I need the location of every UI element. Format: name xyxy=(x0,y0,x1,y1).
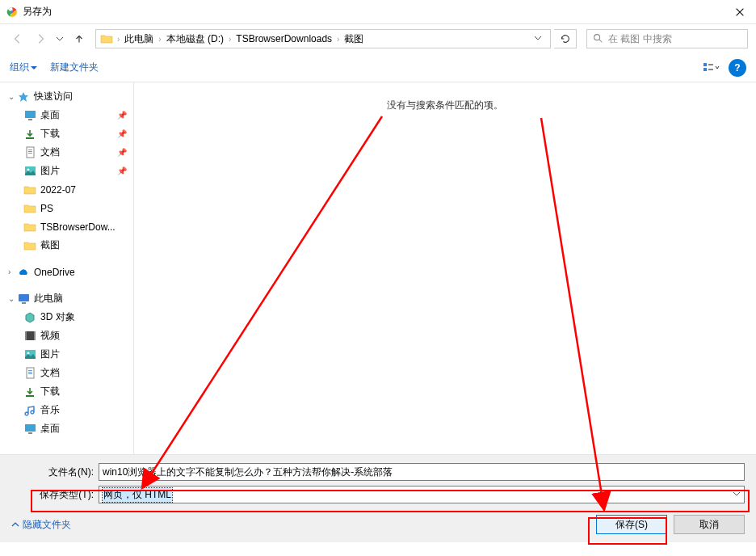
sidebar-label: 此电脑 xyxy=(34,292,63,305)
svg-rect-4 xyxy=(704,68,707,71)
chevron-right-icon: › xyxy=(155,35,164,44)
help-button[interactable]: ? xyxy=(729,59,746,77)
sidebar: ⌄ 快速访问 桌面📌下载📌文档📌图片📌2022-07PSTSBrowserDow… xyxy=(0,82,134,454)
sidebar-item[interactable]: PS xyxy=(0,199,133,217)
sidebar-item[interactable]: 文档📌 xyxy=(0,143,133,162)
chevron-up-icon xyxy=(11,520,19,529)
save-button[interactable]: 保存(S) xyxy=(596,515,667,534)
titlebar: 另存为 xyxy=(0,0,756,24)
up-button[interactable] xyxy=(69,29,89,48)
sidebar-item[interactable]: 下载📌 xyxy=(0,124,133,143)
chevron-down-icon: ⌄ xyxy=(8,92,16,101)
organize-menu[interactable]: 组织 xyxy=(10,61,37,74)
sidebar-item[interactable]: 视频 xyxy=(0,326,133,345)
chevron-right-icon: › xyxy=(334,35,342,44)
sidebar-item-label: 图片 xyxy=(40,164,60,178)
search-placeholder: 在 截图 中搜索 xyxy=(608,32,672,46)
pin-icon: 📌 xyxy=(117,129,127,138)
sidebar-item[interactable]: TSBrowserDow... xyxy=(0,217,133,236)
svg-rect-11 xyxy=(28,150,32,150)
refresh-button[interactable] xyxy=(554,29,577,48)
sidebar-item[interactable]: 桌面 xyxy=(0,419,133,438)
folder-icon xyxy=(23,202,37,215)
svg-point-2 xyxy=(594,34,600,40)
video-icon xyxy=(23,330,37,343)
download-icon xyxy=(23,385,37,398)
navigation-bar: › 此电脑 › 本地磁盘 (D:) › TSBrowserDownloads ›… xyxy=(0,24,756,53)
sidebar-item-label: 文档 xyxy=(40,145,60,159)
sidebar-item[interactable]: 音乐 xyxy=(0,401,133,419)
empty-message: 没有与搜索条件匹配的项。 xyxy=(387,99,503,454)
breadcrumb-item[interactable]: 本地磁盘 (D:) xyxy=(165,31,225,48)
pic-icon xyxy=(23,165,37,178)
sidebar-item[interactable]: 3D 对象 xyxy=(0,308,133,326)
new-folder-button[interactable]: 新建文件夹 xyxy=(50,61,99,74)
quick-access-group[interactable]: ⌄ 快速访问 xyxy=(0,87,133,106)
svg-rect-17 xyxy=(22,302,26,304)
sidebar-item[interactable]: 2022-07 xyxy=(0,180,133,199)
back-button[interactable] xyxy=(8,29,27,48)
sidebar-item[interactable]: 图片📌 xyxy=(0,162,133,180)
filetype-select[interactable]: 网页，仅 HTML xyxy=(99,486,745,503)
history-dropdown[interactable] xyxy=(53,29,66,48)
svg-rect-16 xyxy=(19,294,29,301)
sidebar-item-label: 桌面 xyxy=(40,422,60,436)
pin-icon: 📌 xyxy=(117,166,127,175)
pic-icon xyxy=(23,348,37,361)
breadcrumb-item[interactable]: 截图 xyxy=(342,31,365,48)
sidebar-item-label: 图片 xyxy=(40,348,60,361)
sidebar-item[interactable]: 图片 xyxy=(0,345,133,364)
view-button[interactable] xyxy=(701,59,722,77)
search-input[interactable]: 在 截图 中搜索 xyxy=(586,29,748,48)
sidebar-item-label: 视频 xyxy=(40,329,60,343)
sidebar-item[interactable]: 截图 xyxy=(0,236,133,255)
hide-folders-button[interactable]: 隐藏文件夹 xyxy=(11,518,71,532)
svg-rect-24 xyxy=(28,370,32,371)
close-button[interactable] xyxy=(724,0,756,24)
pin-icon: 📌 xyxy=(117,111,127,120)
breadcrumb-item[interactable]: TSBrowserDownloads xyxy=(234,32,334,46)
pin-icon: 📌 xyxy=(117,148,127,157)
svg-rect-26 xyxy=(28,373,32,374)
sidebar-item-label: 3D 对象 xyxy=(40,310,75,324)
chevron-right-icon: › xyxy=(225,35,234,44)
sidebar-item-label: 桌面 xyxy=(40,108,60,122)
chrome-icon xyxy=(6,6,18,18)
svg-rect-7 xyxy=(25,111,36,118)
filename-input[interactable] xyxy=(99,463,745,481)
sidebar-item[interactable]: 文档 xyxy=(0,364,133,382)
sidebar-item[interactable]: 桌面📌 xyxy=(0,106,133,124)
svg-rect-3 xyxy=(704,63,707,66)
desktop-icon xyxy=(23,109,37,122)
doc-icon xyxy=(23,146,37,159)
address-dropdown[interactable] xyxy=(529,33,547,44)
address-bar[interactable]: › 此电脑 › 本地磁盘 (D:) › TSBrowserDownloads ›… xyxy=(95,29,551,48)
chevron-right-icon: › xyxy=(114,35,123,44)
sidebar-item-label: TSBrowserDow... xyxy=(40,221,116,233)
svg-rect-12 xyxy=(28,151,32,152)
3d-icon xyxy=(23,311,37,324)
sidebar-item[interactable]: 下载 xyxy=(0,382,133,401)
forward-button[interactable] xyxy=(31,29,50,48)
folder-icon xyxy=(23,221,37,234)
svg-rect-9 xyxy=(26,137,34,139)
svg-rect-27 xyxy=(26,395,34,397)
onedrive-group[interactable]: › OneDrive xyxy=(0,263,133,281)
sidebar-item-label: 截图 xyxy=(40,238,60,252)
desktop-icon xyxy=(23,423,37,436)
svg-rect-28 xyxy=(25,424,36,432)
filename-label: 文件名(N): xyxy=(11,465,99,479)
sidebar-label: 快速访问 xyxy=(34,90,73,103)
music-icon xyxy=(23,404,37,417)
monitor-icon xyxy=(16,293,31,305)
sidebar-item-label: 音乐 xyxy=(40,403,60,417)
sidebar-item-label: 2022-07 xyxy=(40,184,76,196)
folder-icon xyxy=(99,32,114,46)
sidebar-label: OneDrive xyxy=(34,267,75,278)
search-icon xyxy=(592,32,603,46)
svg-rect-5 xyxy=(708,64,713,65)
svg-rect-8 xyxy=(28,119,32,120)
this-pc-group[interactable]: ⌄ 此电脑 xyxy=(0,289,133,308)
cancel-button[interactable]: 取消 xyxy=(674,515,745,534)
breadcrumb-item[interactable]: 此电脑 xyxy=(123,31,155,48)
